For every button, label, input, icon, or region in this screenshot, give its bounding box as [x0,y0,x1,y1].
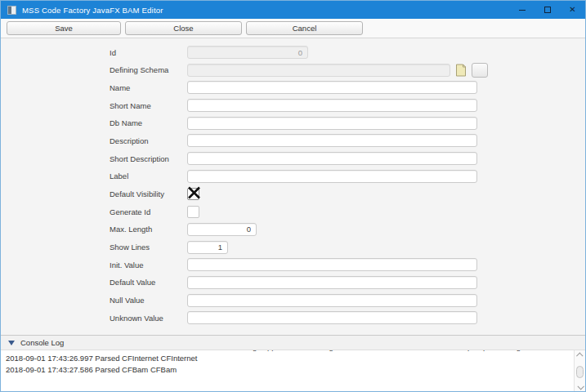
default-visibility-checkbox[interactable] [187,188,199,200]
maximize-icon [544,7,551,13]
scroll-thumb[interactable] [576,366,584,378]
form-row-generate-id: Generate Id [1,205,585,218]
titlebar: MSS Code Factory JavaFX BAM Editor ✕ [1,1,585,19]
id-label: Id [110,48,187,57]
show-lines-label: Show Lines [110,243,187,252]
close-button[interactable]: ✕ [560,1,585,19]
default-value-label: Default Value [110,278,187,287]
form-row-max-length: Max. Length [1,223,585,236]
app-window: MSS Code Factory JavaFX BAM Editor ✕ Sav… [0,0,586,392]
db-name-label: Db Name [110,118,187,127]
description-field[interactable] [187,134,477,147]
document-icon [455,64,467,77]
window-title: MSS Code Factory JavaFX BAM Editor [22,6,163,15]
attribute-form: IdDefining SchemaNameShort NameDb NameDe… [1,38,585,335]
defining-schema-field[interactable] [187,64,450,77]
defining-schema-pick-button[interactable] [453,63,469,78]
defining-schema-label: Defining Schema [110,65,187,74]
form-row-id: Id [1,46,585,59]
init-value-field[interactable] [187,258,477,271]
toolbar: Save Close Cancel [1,19,585,38]
label-label: Label [110,172,187,180]
form-row-default-value: Default Value [1,276,585,289]
default-value-field[interactable] [187,276,477,289]
scroll-up-button[interactable] [575,350,585,359]
max-length-label: Max. Length [110,225,187,234]
window-controls: ✕ [509,1,585,19]
console-log-panel: Console Log 2018-09-01 17:43:26.489 Pars… [1,335,585,391]
chevron-up-icon [576,352,583,359]
short-description-field[interactable] [187,152,477,165]
unknown-value-field[interactable] [187,311,477,324]
console-log-lines: 2018-09-01 17:43:26.489 Parsed schema de… [1,350,573,391]
unknown-value-label: Unknown Value [110,314,187,323]
scroll-down-button[interactable] [575,382,585,391]
name-field[interactable] [187,81,477,94]
generate-id-label: Generate Id [110,207,187,216]
form-row-show-lines: Show Lines [1,241,585,254]
cancel-button[interactable]: Cancel [246,21,363,35]
id-field [187,46,308,59]
form-row-db-name: Db Name [1,117,585,130]
maximize-button[interactable] [535,1,560,19]
show-lines-field[interactable] [187,241,228,254]
minimize-button[interactable] [509,1,535,19]
form-row-defining-schema: Defining Schema [1,64,585,77]
x-check-icon [186,185,202,201]
minimize-icon [519,10,526,11]
console-log-body[interactable]: 2018-09-01 17:43:26.489 Parsed schema de… [1,350,585,391]
console-log-header[interactable]: Console Log [1,335,585,350]
form-row-name: Name [1,81,585,94]
init-value-label: Init. Value [110,261,187,270]
console-log-line: 2018-09-01 17:43:27.586 Parsed CFBam CFB… [6,364,573,376]
max-length-field[interactable] [187,223,257,236]
label-field[interactable] [187,170,477,183]
short-name-label: Short Name [110,101,187,110]
short-name-field[interactable] [187,99,477,112]
console-log-line: 2018-09-01 17:43:26.997 Parsed CFInterne… [6,353,573,364]
short-description-label: Short Description [110,154,187,163]
form-row-unknown-value: Unknown Value [1,311,585,324]
form-row-null-value: Null Value [1,294,585,307]
save-button[interactable]: Save [7,21,121,35]
default-visibility-label: Default Visibility [110,189,187,198]
generate-id-checkbox[interactable] [187,206,199,218]
form-row-description: Description [1,134,585,147]
form-row-short-name: Short Name [1,99,585,112]
form-row-default-visibility: Default Visibility [1,188,585,201]
form-row-short-description: Short Description [1,152,585,165]
form-row-init-value: Init. Value [1,258,585,271]
defining-schema-clear-button[interactable] [472,63,488,78]
null-value-label: Null Value [110,296,187,305]
form-row-label: Label [1,170,585,183]
name-label: Name [110,83,187,92]
toolbar-close-button[interactable]: Close [125,21,242,35]
console-log-title: Console Log [20,338,64,347]
null-value-field[interactable] [187,294,477,307]
description-label: Description [110,136,187,145]
app-icon [7,6,16,15]
db-name-field[interactable] [187,117,477,130]
collapse-triangle-icon [8,341,15,345]
chevron-down-icon [577,383,584,390]
console-scrollbar[interactable] [574,350,585,391]
